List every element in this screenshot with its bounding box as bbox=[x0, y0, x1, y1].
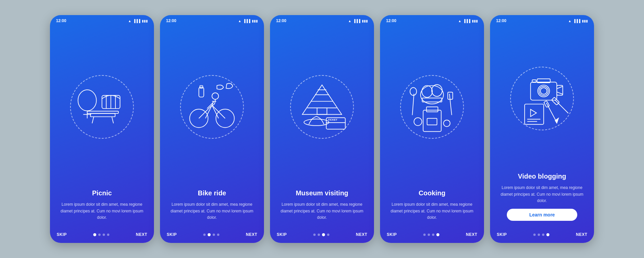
status-bar-4: 12:00 ▲ ▐▐▐ ▮▮▮ bbox=[380, 15, 484, 25]
picnic-illustration bbox=[71, 76, 133, 138]
museum-title: Museum visiting bbox=[278, 189, 366, 197]
picnic-title: Picnic bbox=[58, 189, 146, 197]
battery-icon: ▮▮▮ bbox=[142, 19, 148, 23]
screen-video-blogging: 12:00 ▲ ▐▐▐ ▮▮▮ bbox=[490, 15, 594, 243]
svg-point-49 bbox=[540, 88, 547, 94]
svg-rect-27 bbox=[317, 108, 327, 115]
screen-picnic: 12:00 ▲ ▐▐▐ ▮▮▮ bbox=[50, 15, 154, 243]
status-bar-2: 12:00 ▲ ▐▐▐ ▮▮▮ bbox=[160, 15, 264, 25]
svg-line-29 bbox=[309, 122, 310, 124]
picnic-nav: SKIP NEXT bbox=[50, 229, 154, 243]
bike-next-button[interactable]: NEXT bbox=[246, 232, 257, 237]
svg-line-60 bbox=[546, 103, 557, 123]
picnic-next-button[interactable]: NEXT bbox=[136, 232, 147, 237]
svg-rect-20 bbox=[199, 87, 204, 97]
svg-rect-4 bbox=[91, 114, 115, 117]
svg-marker-57 bbox=[531, 110, 537, 117]
museum-skip-button[interactable]: SKIP bbox=[277, 232, 287, 237]
bike-icon-area bbox=[160, 25, 264, 189]
svg-marker-22 bbox=[302, 85, 341, 115]
svg-marker-62 bbox=[555, 118, 558, 123]
video-content: Video blogging Lorem ipsum dolor sit dim… bbox=[490, 172, 594, 229]
dot-1b bbox=[203, 234, 206, 236]
dot-4e bbox=[546, 233, 549, 236]
dot-2c bbox=[318, 234, 320, 236]
dot-3b bbox=[213, 234, 215, 236]
dot-4b bbox=[217, 234, 219, 236]
video-title: Video blogging bbox=[498, 172, 586, 181]
status-bar-5: 12:00 ▲ ▐▐▐ ▮▮▮ bbox=[490, 15, 594, 25]
picnic-dashed-circle bbox=[70, 75, 134, 139]
video-description: Lorem ipsum dolor sit dim amet, mea regi… bbox=[498, 185, 586, 204]
battery-icon-5: ▮▮▮ bbox=[582, 19, 588, 23]
dot-1d bbox=[423, 234, 426, 236]
svg-line-14 bbox=[212, 105, 225, 118]
signal-icon: ▐▐▐ bbox=[133, 19, 140, 23]
picnic-skip-button[interactable]: SKIP bbox=[57, 232, 67, 237]
time-2: 12:00 bbox=[166, 18, 176, 23]
time-5: 12:00 bbox=[496, 18, 506, 23]
video-dashed-circle bbox=[510, 67, 574, 130]
dot-3d bbox=[432, 234, 434, 236]
museum-content: Museum visiting Lorem ipsum dolor sit di… bbox=[270, 189, 374, 229]
wifi-icon-2: ▲ bbox=[238, 19, 241, 23]
dot-1c bbox=[313, 234, 316, 236]
museum-dots bbox=[313, 233, 329, 236]
svg-point-8 bbox=[78, 90, 97, 111]
cooking-next-button[interactable]: NEXT bbox=[466, 232, 477, 237]
bike-dots bbox=[203, 233, 219, 236]
dot-3 bbox=[103, 234, 105, 236]
cooking-title: Cooking bbox=[388, 189, 476, 197]
signal-icon-5: ▐▐▐ bbox=[573, 19, 580, 23]
video-next-button[interactable]: NEXT bbox=[576, 232, 587, 237]
signal-icon-3: ▐▐▐ bbox=[353, 19, 360, 23]
video-skip-button[interactable]: SKIP bbox=[497, 232, 507, 237]
cooking-skip-button[interactable]: SKIP bbox=[387, 232, 397, 237]
video-icon-area bbox=[490, 25, 594, 172]
battery-icon-4: ▮▮▮ bbox=[472, 19, 478, 23]
screens-container: 12:00 ▲ ▐▐▐ ▮▮▮ bbox=[43, 8, 601, 250]
status-icons-4: ▲ ▐▐▐ ▮▮▮ bbox=[458, 19, 478, 23]
cooking-dots bbox=[423, 233, 439, 236]
svg-line-15 bbox=[212, 105, 219, 118]
picnic-content: Picnic Lorem ipsum dolor sit dim amet, m… bbox=[50, 189, 154, 229]
svg-line-43 bbox=[412, 94, 414, 115]
bike-skip-button[interactable]: SKIP bbox=[167, 232, 177, 237]
svg-point-45 bbox=[414, 118, 422, 126]
svg-point-46 bbox=[443, 120, 450, 127]
bike-description: Lorem ipsum dolor sit dim amet, mea regi… bbox=[168, 201, 256, 221]
picnic-description: Lorem ipsum dolor sit dim amet, mea regi… bbox=[58, 201, 146, 221]
time-4: 12:00 bbox=[386, 18, 396, 23]
status-icons-2: ▲ ▐▐▐ ▮▮▮ bbox=[238, 19, 258, 23]
dot-2e bbox=[538, 234, 540, 236]
status-icons-5: ▲ ▐▐▐ ▮▮▮ bbox=[568, 19, 588, 23]
svg-line-41 bbox=[449, 94, 452, 115]
picnic-icon-area bbox=[50, 25, 154, 189]
svg-point-48 bbox=[538, 85, 549, 97]
picnic-dots bbox=[93, 233, 109, 236]
svg-rect-7 bbox=[87, 111, 118, 114]
cooking-dashed-circle bbox=[400, 75, 464, 139]
battery-icon-3: ▮▮▮ bbox=[362, 19, 368, 23]
svg-point-19 bbox=[212, 93, 219, 100]
museum-next-button[interactable]: NEXT bbox=[356, 232, 367, 237]
svg-line-54 bbox=[557, 86, 563, 89]
svg-rect-40 bbox=[427, 118, 437, 125]
video-nav: SKIP NEXT bbox=[490, 229, 594, 243]
dot-2 bbox=[98, 234, 101, 236]
cooking-content: Cooking Lorem ipsum dolor sit dim amet, … bbox=[380, 189, 484, 229]
dot-4d bbox=[436, 233, 439, 236]
svg-point-44 bbox=[410, 87, 417, 95]
learn-more-button[interactable]: Learn more bbox=[507, 209, 577, 221]
svg-line-13 bbox=[199, 105, 212, 118]
dot-4 bbox=[107, 234, 109, 236]
svg-line-30 bbox=[323, 122, 324, 124]
cooking-description: Lorem ipsum dolor sit dim amet, mea regi… bbox=[388, 201, 476, 221]
svg-rect-39 bbox=[426, 107, 438, 112]
svg-line-5 bbox=[92, 117, 94, 124]
screen-cooking: 12:00 ▲ ▐▐▐ ▮▮▮ bbox=[380, 15, 484, 243]
museum-illustration: TICKET bbox=[291, 76, 353, 138]
wifi-icon: ▲ bbox=[128, 19, 131, 23]
dot-2d bbox=[428, 234, 430, 236]
wifi-icon-4: ▲ bbox=[458, 19, 462, 23]
